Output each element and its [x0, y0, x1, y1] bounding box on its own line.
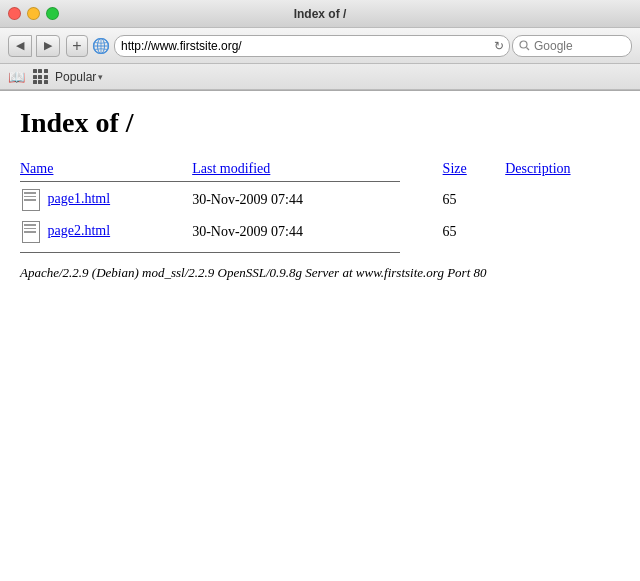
- col-desc-header: Description: [505, 159, 620, 179]
- file-size-cell: 65: [443, 216, 506, 248]
- url-input[interactable]: [114, 35, 510, 57]
- window-title: Index of /: [294, 7, 347, 21]
- server-info: Apache/2.2.9 (Debian) mod_ssl/2.2.9 Open…: [20, 263, 620, 283]
- name-sort-link[interactable]: Name: [20, 161, 53, 176]
- col-name-header: Name: [20, 159, 192, 179]
- refresh-button[interactable]: ↻: [490, 37, 508, 55]
- table-header-row: Name Last modified Size Description: [20, 159, 620, 179]
- file-icon: [20, 187, 42, 213]
- file-name-cell: page1.html: [20, 184, 192, 216]
- description-sort-link[interactable]: Description: [505, 161, 570, 176]
- file-icon: [20, 219, 42, 245]
- table-row: page1.html 30-Nov-2009 07:44 65: [20, 184, 620, 216]
- file-name-cell: page2.html: [20, 216, 192, 248]
- forward-button[interactable]: ▶: [36, 35, 60, 57]
- modified-sort-link[interactable]: Last modified: [192, 161, 270, 176]
- file-table: Name Last modified Size Description: [20, 159, 620, 248]
- bottom-separator: [20, 252, 400, 253]
- file-modified-cell: 30-Nov-2009 07:44: [192, 184, 442, 216]
- add-tab-button[interactable]: +: [66, 35, 88, 57]
- toolbar: ◀ ▶ + ↻: [0, 28, 640, 64]
- apps-icon[interactable]: [31, 68, 49, 86]
- file-size-cell: 65: [443, 184, 506, 216]
- file-desc-cell: [505, 184, 620, 216]
- table-row: page2.html 30-Nov-2009 07:44 65: [20, 216, 620, 248]
- svg-line-6: [527, 48, 530, 51]
- back-button[interactable]: ◀: [8, 35, 32, 57]
- file-modified-cell: 30-Nov-2009 07:44: [192, 216, 442, 248]
- svg-point-5: [520, 41, 527, 48]
- file-link[interactable]: page2.html: [48, 223, 111, 238]
- traffic-lights: [8, 7, 59, 20]
- close-button[interactable]: [8, 7, 21, 20]
- col-size-header: Size: [443, 159, 506, 179]
- bookmarks-icon[interactable]: 📖: [8, 69, 25, 85]
- bookmarks-bar: 📖 Popular ▾: [0, 64, 640, 90]
- size-sort-link[interactable]: Size: [443, 161, 467, 176]
- search-input[interactable]: [534, 39, 604, 53]
- minimize-button[interactable]: [27, 7, 40, 20]
- maximize-button[interactable]: [46, 7, 59, 20]
- title-bar: Index of /: [0, 0, 640, 28]
- col-modified-header: Last modified: [192, 159, 442, 179]
- file-link[interactable]: page1.html: [48, 191, 111, 206]
- globe-icon: [92, 37, 110, 55]
- search-bar: [512, 35, 632, 57]
- chevron-down-icon: ▾: [98, 72, 103, 82]
- search-icon: [519, 40, 530, 51]
- popular-button[interactable]: Popular ▾: [55, 70, 103, 84]
- file-desc-cell: [505, 216, 620, 248]
- page-content: Index of / Name Last modified Size Descr…: [0, 91, 640, 581]
- page-title: Index of /: [20, 107, 620, 139]
